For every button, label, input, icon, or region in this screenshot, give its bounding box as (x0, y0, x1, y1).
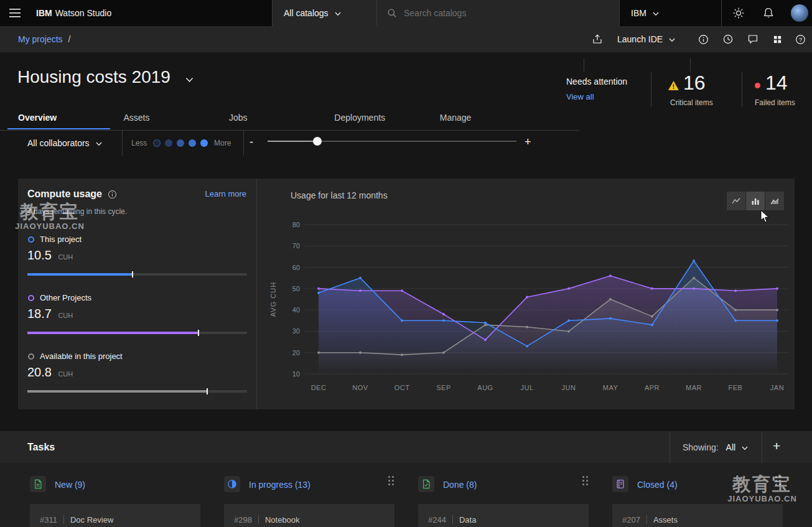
density-dots (153, 131, 212, 156)
learn-more-link[interactable]: Learn more (205, 189, 246, 198)
task-card[interactable]: #244 Data (418, 504, 589, 527)
area-chart-icon (770, 196, 780, 206)
svg-text:NOV: NOV (352, 384, 368, 391)
drag-handle-icon[interactable] (582, 476, 590, 486)
task-col-label-0[interactable]: New (9) (55, 480, 85, 490)
chart-type-bar-button[interactable] (746, 192, 765, 210)
chart-type-area-button[interactable] (765, 192, 784, 210)
tab-assets[interactable]: Assets (113, 107, 215, 129)
history-icon (722, 34, 734, 45)
svg-text:20: 20 (292, 349, 300, 357)
zoom-in-button[interactable]: + (525, 136, 531, 149)
error-dot-icon (755, 83, 760, 88)
document-icon (33, 479, 43, 489)
density-less-label: Less (131, 139, 147, 147)
metric-number: 10.5 (27, 248, 52, 262)
task-col-label-1[interactable]: In progress (13) (249, 480, 310, 490)
history-button[interactable] (716, 26, 740, 52)
comments-button[interactable] (740, 26, 765, 52)
task-card-id: #244 (428, 515, 446, 525)
zoom-out-button[interactable]: - (250, 136, 253, 149)
compute-panel: Compute usage Learn more 4 days remainin… (18, 179, 257, 409)
apps-button[interactable] (765, 26, 790, 52)
help-button[interactable]: ? (788, 26, 812, 52)
svg-text:50: 50 (292, 285, 300, 292)
catalogs-dropdown[interactable]: All catalogs (272, 0, 377, 26)
zoom-slider-handle[interactable] (313, 137, 322, 146)
metric-fill-1 (27, 332, 198, 334)
chevron-down-icon (669, 34, 675, 44)
launch-ide-label: Launch IDE (617, 34, 663, 44)
menu-button[interactable] (0, 0, 30, 26)
showing-dropdown[interactable]: Showing: All (683, 431, 748, 463)
metric-row-0: This project (28, 235, 82, 244)
hamburger-icon (9, 9, 21, 17)
task-col-icon-1 (224, 476, 240, 492)
svg-text:AVG CUH: AVG CUH (269, 282, 277, 317)
svg-text:DEC: DEC (311, 384, 327, 391)
avatar[interactable] (791, 4, 808, 22)
chevron-down-icon (335, 8, 341, 18)
metric-label: This project (40, 235, 82, 244)
collaborators-dropdown[interactable]: All collaborators (27, 131, 102, 156)
task-col-label-3[interactable]: Closed (4) (637, 480, 678, 490)
chart-title: Usage for last 12 months (291, 190, 388, 200)
add-task-button[interactable]: + (773, 439, 780, 454)
tab-label: Assets (123, 113, 149, 123)
tab-label: Jobs (229, 113, 248, 123)
bell-icon (762, 7, 775, 19)
density-dot (165, 139, 172, 147)
tab-label: Deployments (334, 113, 385, 123)
view-all-link[interactable]: View all (566, 92, 594, 101)
launch-ide-button[interactable]: Launch IDE (612, 26, 680, 52)
task-card[interactable]: #298 Notebook (224, 504, 394, 527)
tab-manage[interactable]: Manage (429, 107, 532, 129)
filter-row: All collaborators Less More - + (0, 131, 812, 156)
search-input[interactable] (404, 8, 590, 18)
export-button[interactable] (585, 26, 610, 52)
org-dropdown[interactable]: IBM (619, 0, 722, 26)
drag-handle-icon[interactable] (775, 476, 783, 486)
title-dropdown-button[interactable] (185, 74, 194, 85)
metric-number: 18.7 (27, 307, 52, 320)
metric-row-1: Other Projects (28, 293, 91, 302)
critical-label: Critical items (670, 98, 713, 107)
needs-attention-label: Needs attention (566, 77, 627, 86)
drag-handle-icon[interactable] (388, 476, 396, 486)
filter-divider (243, 131, 244, 156)
mouse-cursor (760, 210, 770, 223)
task-card[interactable]: #311 Doc Review (30, 504, 200, 527)
metric-value-2: 20.8 CUH (27, 365, 73, 380)
breadcrumb-my-projects[interactable]: My projects (18, 34, 63, 44)
info-button[interactable] (691, 26, 716, 52)
search-field[interactable]: input::placeholder{color:#6f6f6f} (377, 0, 619, 26)
compute-title-row: Compute usage (27, 187, 117, 201)
task-col-icon-2 (418, 476, 434, 492)
chart-type-line-button[interactable] (727, 192, 745, 210)
breadcrumb: My projects / (18, 26, 70, 52)
tab-deployments[interactable]: Deployments (324, 107, 426, 129)
svg-text:FEB: FEB (729, 384, 743, 391)
density-more-label: More (214, 139, 231, 147)
top-header: IBM Watson Studio All catalogs input::pl… (0, 0, 812, 26)
theme-toggle-button[interactable] (724, 0, 754, 26)
tasks-section: Tasks Showing: All + New (9) #311 (0, 431, 812, 527)
info-icon[interactable] (108, 190, 117, 199)
metric-dot-1 (28, 295, 34, 301)
failed-count: 14 (765, 72, 788, 95)
task-card-label: Doc Review (70, 515, 113, 525)
notifications-button[interactable] (754, 0, 783, 26)
task-card[interactable]: #207 Assets (612, 504, 783, 527)
info-icon (698, 34, 709, 45)
metric-value-0: 10.5 CUH (27, 248, 73, 263)
tab-overview[interactable]: Overview (7, 107, 110, 129)
tasks-header-divider (762, 431, 762, 463)
svg-text:30: 30 (292, 327, 300, 335)
closed-notebook-icon (615, 479, 625, 489)
task-col-label-2[interactable]: Done (8) (443, 480, 477, 490)
grid-icon (773, 35, 782, 44)
density-dot (200, 139, 208, 147)
zoom-slider-track[interactable] (268, 141, 516, 142)
tab-jobs[interactable]: Jobs (218, 107, 321, 129)
metric-value-1: 18.7 CUH (27, 307, 73, 321)
